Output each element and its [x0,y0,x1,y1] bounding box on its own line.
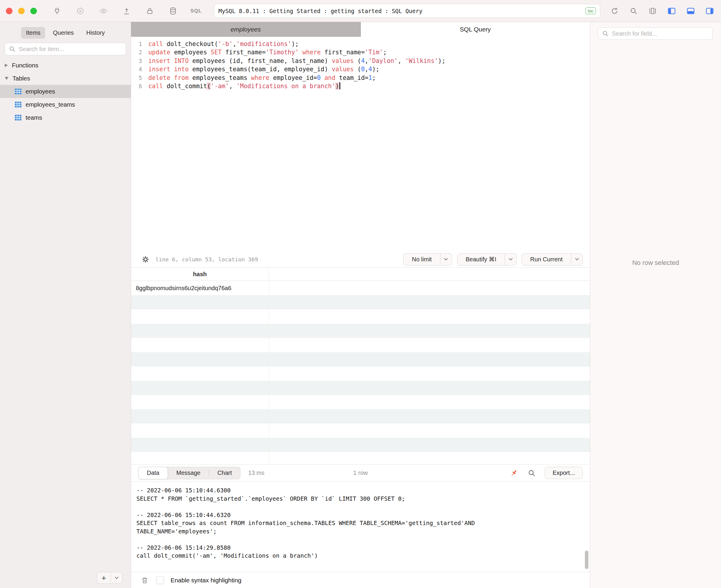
code-token: where [302,49,321,56]
segment-chart[interactable]: Chart [209,467,240,479]
pin-icon[interactable] [509,468,519,478]
search-icon[interactable] [629,6,638,16]
commit-icon[interactable] [122,6,132,16]
zoom-window-button[interactable] [30,8,37,14]
table-icon [14,88,22,95]
code-line[interactable]: insert into employees_teams(team_id, emp… [148,65,445,74]
table-row[interactable] [131,409,590,423]
chevron-right-icon [5,64,8,67]
field-search-input[interactable] [612,30,709,37]
sidebar-section-functions[interactable]: Functions [0,59,131,72]
sql-icon[interactable]: SQL [192,6,201,16]
connection-title-field[interactable]: MySQL 8.0.11 : Getting Started : getting… [214,4,600,18]
toggle-right-panel-icon[interactable] [705,6,715,16]
sidebar-item-teams[interactable]: teams [0,111,131,124]
log-line: TABLE_NAME='employees'; [136,527,584,536]
toggle-bottom-panel-icon[interactable] [686,6,696,16]
table-row[interactable] [131,423,590,438]
hash-cell [131,409,269,423]
columns-icon[interactable] [648,6,657,16]
code-token: 0 [361,66,365,73]
limit-button[interactable]: No limit [403,253,452,266]
code-token: , [398,57,405,64]
add-item-control: + [97,572,122,584]
export-button[interactable]: Export... [545,467,583,479]
hash-cell [131,310,269,324]
code-token: 'Tim' [365,49,383,56]
gear-icon[interactable] [141,254,150,264]
table-row[interactable] [131,381,590,395]
syntax-highlight-checkbox[interactable] [156,576,164,584]
search-icon [8,45,16,52]
code-token [321,74,324,81]
search-results-icon[interactable] [527,468,537,478]
tab-items[interactable]: Items [21,27,45,39]
table-row[interactable] [131,295,590,310]
table-row[interactable] [131,452,590,464]
results-grid: hash 8gglbpnomudsirns6u2cjeitundq76a6 [131,267,590,464]
table-row[interactable] [131,438,590,452]
query-log[interactable]: -- 2022-06-06 15:10:44.6300SELECT * FROM… [131,481,590,572]
log-line [136,503,584,511]
disconnect-icon[interactable] [76,6,85,16]
minimize-window-button[interactable] [18,8,25,14]
segment-message[interactable]: Message [168,467,208,479]
table-row[interactable] [131,338,590,352]
connect-icon[interactable] [52,6,62,16]
hash-cell [131,324,269,338]
line-number: 1 [131,40,142,48]
lock-icon[interactable] [145,6,155,16]
close-window-button[interactable] [6,8,13,14]
code-line[interactable]: call dolt_commit('-am', 'Modifications o… [148,82,445,90]
sql-editor[interactable]: 123456 call dolt_checkout('-b','modifica… [131,37,590,251]
code-token: team_id= [336,74,368,81]
code-line[interactable]: update employees SET first_name='Timothy… [148,48,445,57]
sidebar-item-employees_teams[interactable]: employees_teams [0,98,131,111]
log-line: -- 2022-06-06 15:10:44.6320 [136,511,584,519]
code-token: 'modifications' [236,40,291,47]
sidebar-search[interactable] [5,43,126,55]
table-row[interactable] [131,366,590,381]
log-lines: -- 2022-06-06 15:10:44.6300SELECT * FROM… [136,486,584,560]
eye-icon[interactable] [99,6,108,16]
table-row[interactable] [131,324,590,338]
column-header-hash[interactable]: hash [131,268,269,281]
detail-panel: No row selected [590,22,721,588]
tab-employees[interactable]: employees [131,22,361,37]
segment-data[interactable]: Data [138,467,168,479]
field-search[interactable] [598,27,713,40]
search-icon [602,30,609,37]
sidebar-item-employees[interactable]: employees [0,85,131,98]
code-line[interactable]: insert INTO employees (id, first_name, l… [148,57,445,65]
tab-history[interactable]: History [81,27,109,39]
code-line[interactable]: call dolt_checkout('-b','modifications')… [148,40,445,48]
trash-icon[interactable] [140,575,149,585]
table-row[interactable] [131,395,590,409]
tab-queries[interactable]: Queries [48,27,78,39]
refresh-icon[interactable] [610,6,619,16]
add-item-button[interactable]: + [97,574,111,582]
sidebar-section-tables[interactable]: Tables [0,72,131,85]
toggle-left-panel-icon[interactable] [667,6,676,16]
add-item-dropdown[interactable] [111,577,122,579]
table-row[interactable] [131,352,590,366]
search-input[interactable] [19,46,122,52]
query-elapsed-time: 13 ms [248,469,264,476]
code-token: '-am' [211,83,229,90]
code-line[interactable]: delete from employees_teams where employ… [148,74,445,82]
row-count: 1 row [353,469,368,476]
table-row[interactable] [131,310,590,324]
log-line: SELECT table_rows as count FROM informat… [136,519,584,527]
table-row[interactable]: 8gglbpnomudsirns6u2cjeitundq76a6 [131,281,590,295]
database-icon[interactable] [168,6,178,16]
chevron-down-icon [444,257,448,260]
code-token: 'Modifications on a branch' [236,83,335,90]
empty-cell [269,324,590,338]
scrollbar-thumb[interactable] [585,551,588,569]
code-token: 1 [368,74,372,81]
results-header[interactable]: hash [131,268,590,281]
code-token: SET [211,49,222,56]
tab-sql-query[interactable]: SQL Query [361,22,590,37]
beautify-button[interactable]: Beautify ⌘I [457,253,517,266]
run-current-button[interactable]: Run Current [522,253,583,266]
